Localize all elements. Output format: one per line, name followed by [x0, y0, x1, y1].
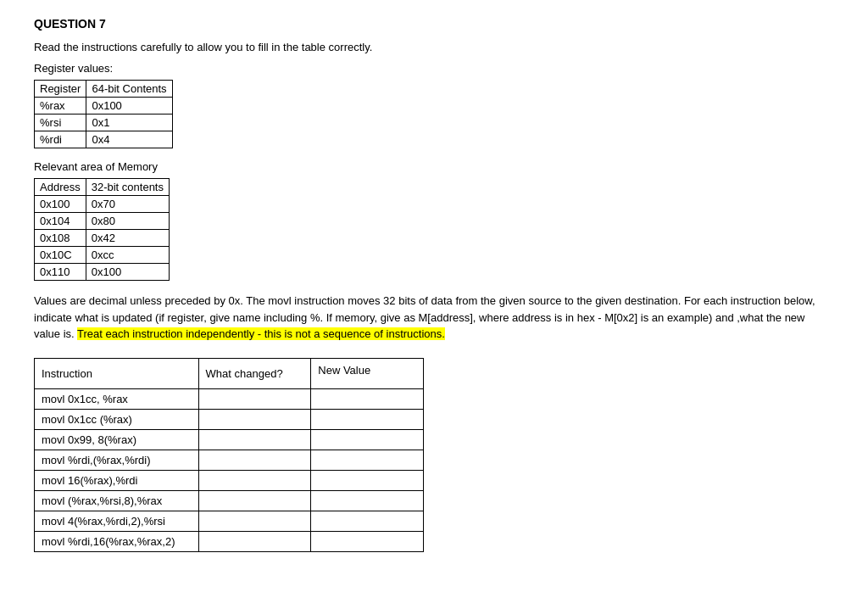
- instruction-cell: movl 4(%rax,%rdi,2),%rsi: [35, 511, 199, 531]
- new-value-cell[interactable]: [311, 388, 424, 409]
- what-changed-cell[interactable]: [198, 388, 311, 409]
- table-row: %rsi 0x1: [35, 114, 173, 131]
- table-row: movl 0x99, 8(%rax): [35, 429, 424, 450]
- table-row: movl 16(%rax),%rdi: [35, 470, 424, 490]
- intro-text: Read the instructions carefully to allow…: [34, 41, 834, 53]
- what-changed-cell[interactable]: [198, 470, 311, 490]
- question-title: QUESTION 7: [34, 17, 834, 31]
- reg-value: 0x4: [86, 131, 172, 148]
- table-row: movl 4(%rax,%rdi,2),%rsi: [35, 511, 424, 531]
- table-row: movl (%rax,%rsi,8),%rax: [35, 490, 424, 511]
- mem-header-1: Address: [35, 179, 86, 196]
- instruction-cell: movl 16(%rax),%rdi: [35, 470, 199, 490]
- registers-table: Register 64-bit Contents %rax 0x100 %rsi…: [34, 80, 173, 148]
- reg-header-2: 64-bit Contents: [86, 81, 172, 98]
- reg-value: 0x100: [86, 98, 172, 114]
- new-value-cell[interactable]: [311, 511, 424, 531]
- new-value-cell[interactable]: [311, 531, 424, 551]
- table-row: 0x110 0x100: [35, 264, 170, 281]
- mem-address: 0x110: [35, 264, 86, 281]
- table-row: 0x108 0x42: [35, 230, 170, 247]
- instruction-cell: movl (%rax,%rsi,8),%rax: [35, 490, 199, 511]
- main-instruction-table: Instruction What changed? New Value movl…: [34, 358, 424, 552]
- new-value-cell[interactable]: [311, 450, 424, 470]
- reg-value: 0x1: [86, 114, 172, 131]
- mem-value: 0x42: [86, 230, 169, 247]
- what-changed-cell[interactable]: [198, 429, 311, 450]
- what-changed-cell[interactable]: [198, 490, 311, 511]
- description-block: Values are decimal unless preceded by 0x…: [34, 293, 834, 343]
- new-value-cell[interactable]: [311, 429, 424, 450]
- mem-address: 0x104: [35, 213, 86, 230]
- table-row: movl 0x1cc, %rax: [35, 388, 424, 409]
- table-row: movl %rdi,16(%rax,%rax,2): [35, 531, 424, 551]
- main-table-header-row: Instruction What changed? New Value: [35, 358, 424, 388]
- instruction-cell: movl 0x1cc, %rax: [35, 388, 199, 409]
- registers-label: Register values:: [34, 62, 834, 75]
- what-changed-cell[interactable]: [198, 450, 311, 470]
- table-row: %rax 0x100: [35, 98, 173, 114]
- reg-name: %rsi: [35, 114, 86, 131]
- new-value-cell[interactable]: [311, 490, 424, 511]
- new-value-cell[interactable]: [311, 470, 424, 490]
- what-changed-cell[interactable]: [198, 531, 311, 551]
- description-highlight: Treat each instruction independently - t…: [77, 327, 445, 340]
- mem-header-2: 32-bit contents: [86, 179, 169, 196]
- mem-address: 0x10C: [35, 247, 86, 264]
- memory-label: Relevant area of Memory: [34, 160, 834, 173]
- table-row: 0x10C 0xcc: [35, 247, 170, 264]
- mem-value: 0xcc: [86, 247, 169, 264]
- table-row: 0x100 0x70: [35, 196, 170, 213]
- mem-value: 0x80: [86, 213, 169, 230]
- reg-header-1: Register: [35, 81, 86, 98]
- table-row: movl 0x1cc (%rax): [35, 409, 424, 429]
- reg-name: %rax: [35, 98, 86, 114]
- mem-address: 0x108: [35, 230, 86, 247]
- new-value-header: New Value: [311, 358, 424, 388]
- what-changed-header: What changed?: [198, 358, 311, 388]
- instruction-header: Instruction: [35, 358, 199, 388]
- what-changed-cell[interactable]: [198, 409, 311, 429]
- instruction-cell: movl 0x99, 8(%rax): [35, 429, 199, 450]
- mem-value: 0x70: [86, 196, 169, 213]
- instruction-cell: movl %rdi,(%rax,%rdi): [35, 450, 199, 470]
- instruction-cell: movl 0x1cc (%rax): [35, 409, 199, 429]
- mem-address: 0x100: [35, 196, 86, 213]
- table-row: movl %rdi,(%rax,%rdi): [35, 450, 424, 470]
- what-changed-cell[interactable]: [198, 511, 311, 531]
- instruction-cell: movl %rdi,16(%rax,%rax,2): [35, 531, 199, 551]
- table-row: 0x104 0x80: [35, 213, 170, 230]
- reg-name: %rdi: [35, 131, 86, 148]
- table-row: %rdi 0x4: [35, 131, 173, 148]
- mem-value: 0x100: [86, 264, 169, 281]
- new-value-cell[interactable]: [311, 409, 424, 429]
- memory-table: Address 32-bit contents 0x100 0x70 0x104…: [34, 178, 170, 281]
- question-container: QUESTION 7 Read the instructions careful…: [34, 17, 834, 552]
